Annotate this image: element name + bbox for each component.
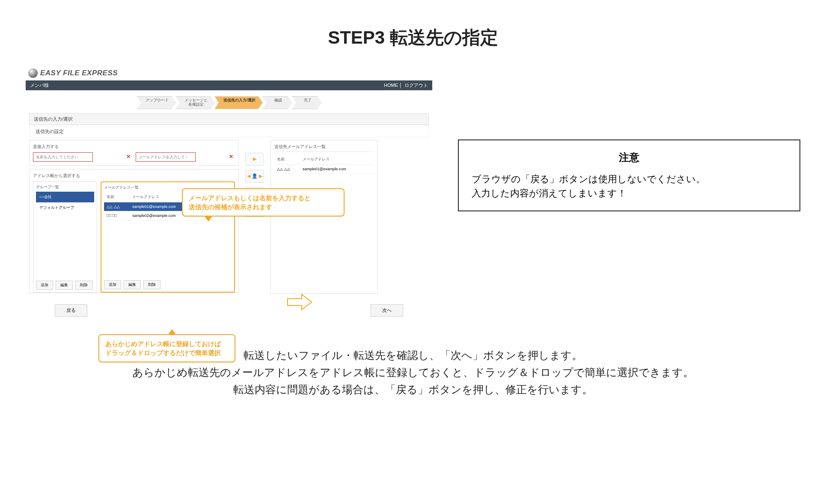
mail-input[interactable] xyxy=(136,152,196,162)
dest-name: △△ △△ xyxy=(277,167,303,171)
arrow-right-icon[interactable]: ▶ xyxy=(245,153,264,166)
wizard-step[interactable]: 完了 xyxy=(292,96,322,109)
dest-header-mail: メールアドレス xyxy=(303,157,371,162)
addr-header-name: 名前 xyxy=(107,194,132,200)
notice-box: 注意 ブラウザの「戻る」ボタンは使用しないでください。 入力した内容が消えてしま… xyxy=(458,139,800,211)
group-edit-button[interactable]: 編集 xyxy=(56,281,73,290)
destination-list-panel: 送信先メールアドレス一覧 名前 メールアドレス △△ △△sample01@ex… xyxy=(270,140,377,294)
address-name: □□ □□ xyxy=(107,213,132,218)
wizard-step[interactable]: 確認 xyxy=(262,96,292,109)
logo-sphere-icon xyxy=(28,68,38,78)
group-list: グループ一覧 ○○会社デフォルトグループ 追加 編集 削除 xyxy=(33,181,97,293)
address-book-title: アドレス帳から選択する xyxy=(33,173,235,179)
wizard-step[interactable]: アップロード xyxy=(137,96,176,109)
group-add-button[interactable]: 追加 xyxy=(36,281,53,290)
address-book-box: アドレス帳から選択する グループ一覧 ○○会社デフォルトグループ 追加 編集 xyxy=(29,169,239,293)
callout-input-hint: メールアドレスもしくは名前を入力すると 送信先の候補が表示されます xyxy=(182,188,345,216)
group-item[interactable]: デフォルトグループ xyxy=(36,202,94,213)
addr-delete-button[interactable]: 削除 xyxy=(143,280,160,289)
callout-addressbook-hint: あらかじめアドレス帳に登録しておけば ドラッグ＆ドロップするだけで簡単選択 xyxy=(98,334,235,362)
clear-mail-icon[interactable]: ✕ xyxy=(229,154,233,160)
wizard-step[interactable]: 送信先の入力/選択 xyxy=(214,96,263,109)
group-item[interactable]: ○○会社 xyxy=(36,192,94,202)
big-arrow-icon xyxy=(287,294,312,311)
group-delete-button[interactable]: 削除 xyxy=(75,281,92,290)
home-link[interactable]: HOME xyxy=(384,83,398,88)
wizard-step[interactable]: メッセージと 各種設定 xyxy=(175,96,215,109)
notice-body: ブラウザの「戻る」ボタンは使用しないでください。 入力した内容が消えてしまいます… xyxy=(472,172,787,200)
group-col-title: グループ一覧 xyxy=(36,184,94,190)
section-sub: 送信先の設定 xyxy=(29,126,429,137)
clear-name-icon[interactable]: ✕ xyxy=(126,154,131,160)
dest-mail: sample01@example.com xyxy=(303,167,371,171)
logout-link[interactable]: ログアウト xyxy=(404,83,428,88)
addr-edit-button[interactable]: 編集 xyxy=(124,280,141,289)
member-label: メンバ様 xyxy=(30,82,49,89)
back-button[interactable]: 戻る xyxy=(55,304,87,317)
dest-list-title: 送信先メールアドレス一覧 xyxy=(274,144,374,152)
direct-input-title: 直接入力する xyxy=(33,144,235,150)
dest-header-name: 名前 xyxy=(277,157,303,162)
section-header: 送信先の入力/選択 xyxy=(29,113,429,125)
app-logo-text: EASY FILE EXPRESS xyxy=(40,69,118,77)
address-name: △△ △△ xyxy=(107,205,132,209)
wizard-steps: アップロードメッセージと 各種設定送信先の入力/選択確認完了 xyxy=(26,96,432,109)
page-title: STEP3 転送先の指定 xyxy=(26,26,800,50)
dest-row[interactable]: △△ △△sample01@example.com xyxy=(274,165,374,174)
next-button[interactable]: 次へ xyxy=(371,304,403,317)
addr-add-button[interactable]: 追加 xyxy=(104,280,121,289)
move-one-button[interactable]: ◀ 👤 ▶ xyxy=(245,170,264,183)
direct-input-box: 直接入力する ✕ ✕ xyxy=(29,140,239,166)
member-bar: メンバ様 HOME │ ログアウト xyxy=(26,80,432,90)
name-input[interactable] xyxy=(33,152,93,162)
notice-title: 注意 xyxy=(472,151,787,164)
